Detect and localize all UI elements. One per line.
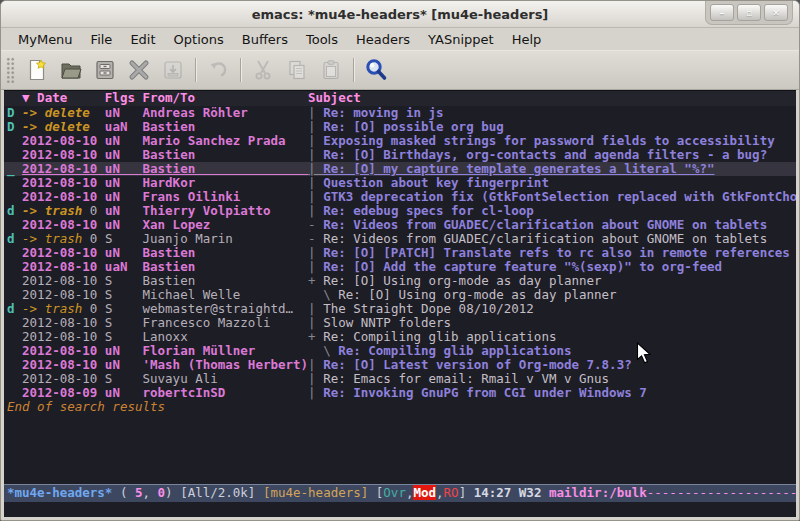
minimize-button[interactable]: – [710, 4, 734, 21]
modeline-time: 14:27 W32 [474, 485, 549, 500]
cut-icon [246, 55, 280, 85]
modeline-plain: [All/2.0k] [180, 485, 263, 500]
message-row[interactable]: 2012-08-10 uN Xan Lopez - Re: Videos fro… [4, 218, 796, 232]
modeline-modflag: Mod [413, 485, 436, 500]
modeline-num: 0 [158, 485, 166, 500]
modeline-plain: , [142, 485, 157, 500]
message-row[interactable]: 2012-08-10 uN Bastien | Re: [O] [PATCH] … [4, 246, 796, 260]
menu-item-headers[interactable]: Headers [347, 30, 419, 49]
menu-item-tools[interactable]: Tools [297, 30, 347, 49]
toolbar [1, 50, 799, 90]
message-row[interactable]: 2012-08-10 uN Frans Oilinki | GTK3 depre… [4, 190, 796, 204]
toolbar-separator [195, 58, 196, 82]
window-buttons: –▫✕ [705, 1, 793, 25]
modeline-plain: ( [112, 485, 135, 500]
message-row[interactable]: 2012-08-10 S Michael Welle \ Re: [O] Usi… [4, 288, 796, 302]
modeline-ro: RO [444, 485, 459, 500]
message-row[interactable]: 2012-08-10 S Bastien + Re: [O] Using org… [4, 274, 796, 288]
save-icon[interactable] [88, 55, 122, 85]
message-row[interactable]: d -> trash 0 S webmaster@straightd… | Th… [4, 302, 796, 316]
message-row[interactable]: 2012-08-10 uN 'Mash (Thomas Herbert)| Re… [4, 358, 796, 372]
save-as-icon [156, 55, 190, 85]
toolbar-grip-handle[interactable] [6, 57, 15, 83]
modeline-plain: ) [165, 485, 180, 500]
maximize-button[interactable]: ▫ [737, 4, 761, 21]
message-row[interactable]: 2012-08-10 uN HardKor | Question about k… [4, 176, 796, 190]
message-row[interactable]: 2012-08-10 uN Mario Sanchez Prada | Expo… [4, 134, 796, 148]
copy-icon [280, 55, 314, 85]
mu4e-headers-buffer: ▼ Date Flgs From/To Subject D -> delete … [4, 90, 796, 517]
modeline-dashes: ---------------------------------------- [647, 485, 796, 500]
menu-item-options[interactable]: Options [165, 30, 233, 49]
message-row[interactable]: 2012-08-09 uN robertcInSD | Re: Invoking… [4, 386, 796, 400]
menu-item-buffers[interactable]: Buffers [233, 30, 297, 49]
toolbar-separator [240, 58, 241, 82]
toolbar-separator [353, 58, 354, 82]
modeline-plain: ] [459, 485, 474, 500]
modeline-buffer: *mu4e-headers* [7, 485, 112, 500]
new-file-icon[interactable] [20, 55, 54, 85]
window-title: emacs: *mu4e-headers* [mu4e-headers] [252, 7, 549, 22]
message-row[interactable]: 2012-08-10 uN Florian Müllner \ Re: Comp… [4, 344, 796, 358]
paste-icon [314, 55, 348, 85]
menu-item-help[interactable]: Help [503, 30, 551, 49]
message-row[interactable]: 2012-08-10 uaN Bastien | Re: [O] Add the… [4, 260, 796, 274]
menu-item-mymenu[interactable]: MyMenu [9, 30, 82, 49]
search-icon[interactable] [359, 55, 393, 85]
menu-item-yasnippet[interactable]: YASnippet [419, 30, 503, 49]
message-row[interactable]: 2012-08-10 S Francesco Mazzoli | Slow NN… [4, 316, 796, 330]
message-row[interactable]: d -> trash 0 S Juanjo Marin - Re: Videos… [4, 232, 796, 246]
message-row[interactable]: 2012-08-10 S Lanoxx + Re: Compiling glib… [4, 330, 796, 344]
title-bar[interactable]: emacs: *mu4e-headers* [mu4e-headers] –▫✕ [1, 1, 799, 28]
empty-buffer-space [4, 414, 796, 484]
echo-area[interactable] [4, 502, 796, 517]
modeline: *mu4e-headers* ( 5, 0) [All/2.0k] [mu4e-… [4, 484, 796, 502]
close-buffer-icon[interactable] [122, 55, 156, 85]
modeline-ovr: Ovr [383, 485, 406, 500]
emacs-window: emacs: *mu4e-headers* [mu4e-headers] –▫✕… [0, 0, 800, 521]
message-row[interactable]: D -> delete uaN Bastien | Re: [O] possib… [4, 120, 796, 134]
menubar: MyMenuFileEditOptionsBuffersToolsHeaders… [1, 28, 799, 50]
message-row[interactable]: d -> trash 0 uN Thierry Volpiatto | Re: … [4, 204, 796, 218]
message-row[interactable]: _ 2012-08-10 uN Bastien | Re: [O] my cap… [4, 162, 796, 176]
open-folder-icon[interactable] [54, 55, 88, 85]
message-row[interactable]: D -> delete uN Andreas Röhler | Re: movi… [4, 106, 796, 120]
modeline-plain: , [436, 485, 444, 500]
modeline-mode: [mu4e-headers] [263, 485, 376, 500]
message-row[interactable]: 2012-08-10 uN Bastien | Re: [O] Birthday… [4, 148, 796, 162]
menu-item-edit[interactable]: Edit [121, 30, 164, 49]
message-row[interactable]: 2012-08-10 S Suvayu Ali | Re: Emacs for … [4, 372, 796, 386]
end-of-search-results: End of search results [4, 400, 796, 414]
headers-column-row[interactable]: ▼ Date Flgs From/To Subject [4, 91, 796, 106]
menu-item-file[interactable]: File [82, 30, 122, 49]
message-list: D -> delete uN Andreas Röhler | Re: movi… [4, 106, 796, 484]
close-button[interactable]: ✕ [764, 4, 788, 21]
modeline-maildir: maildir:/bulk [549, 485, 647, 500]
undo-icon [201, 55, 235, 85]
